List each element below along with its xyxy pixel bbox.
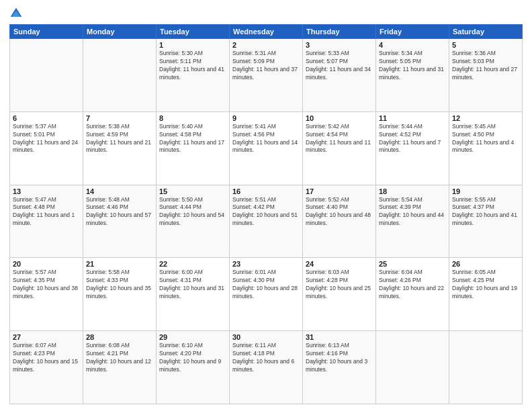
calendar-week-5: 27Sunrise: 6:07 AMSunset: 4:23 PMDayligh… — [10, 331, 523, 404]
calendar-cell: 18Sunrise: 5:54 AMSunset: 4:39 PMDayligh… — [376, 185, 449, 258]
calendar-cell: 8Sunrise: 5:40 AMSunset: 4:58 PMDaylight… — [157, 111, 230, 185]
day-info: Sunrise: 6:07 AMSunset: 4:23 PMDaylight:… — [13, 342, 80, 374]
calendar-week-2: 6Sunrise: 5:37 AMSunset: 5:01 PMDaylight… — [10, 111, 523, 185]
day-number: 20 — [13, 260, 80, 268]
calendar-cell: 29Sunrise: 6:10 AMSunset: 4:20 PMDayligh… — [157, 331, 230, 404]
day-number: 19 — [452, 187, 519, 195]
day-info: Sunrise: 5:50 AMSunset: 4:44 PMDaylight:… — [159, 196, 226, 228]
day-info: Sunrise: 5:45 AMSunset: 4:50 PMDaylight:… — [452, 123, 519, 155]
day-info: Sunrise: 5:51 AMSunset: 4:42 PMDaylight:… — [232, 196, 300, 228]
day-number: 16 — [232, 187, 300, 195]
calendar-cell: 30Sunrise: 6:11 AMSunset: 4:18 PMDayligh… — [230, 331, 303, 404]
day-info: Sunrise: 5:55 AMSunset: 4:37 PMDaylight:… — [452, 196, 519, 228]
day-number: 12 — [452, 114, 519, 122]
calendar-cell — [10, 39, 83, 112]
day-info: Sunrise: 5:48 AMSunset: 4:46 PMDaylight:… — [86, 196, 153, 228]
day-number: 25 — [379, 260, 446, 268]
calendar-cell: 21Sunrise: 5:58 AMSunset: 4:33 PMDayligh… — [83, 258, 157, 331]
weekday-header-saturday: Saturday — [449, 25, 523, 39]
day-info: Sunrise: 6:04 AMSunset: 4:26 PMDaylight:… — [379, 269, 446, 301]
day-info: Sunrise: 5:31 AMSunset: 5:09 PMDaylight:… — [232, 50, 300, 82]
calendar-cell: 11Sunrise: 5:44 AMSunset: 4:52 PMDayligh… — [376, 111, 449, 185]
calendar-cell: 10Sunrise: 5:42 AMSunset: 4:54 PMDayligh… — [303, 111, 376, 185]
day-number: 6 — [13, 114, 80, 122]
calendar-cell: 14Sunrise: 5:48 AMSunset: 4:46 PMDayligh… — [83, 185, 157, 258]
calendar-week-4: 20Sunrise: 5:57 AMSunset: 4:35 PMDayligh… — [10, 258, 523, 331]
day-info: Sunrise: 5:36 AMSunset: 5:03 PMDaylight:… — [452, 50, 519, 82]
calendar-cell: 26Sunrise: 6:05 AMSunset: 4:25 PMDayligh… — [449, 258, 523, 331]
weekday-header-row: SundayMondayTuesdayWednesdayThursdayFrid… — [10, 25, 523, 39]
top-section — [9, 7, 523, 20]
day-number: 29 — [159, 333, 226, 341]
calendar-cell: 1Sunrise: 5:30 AMSunset: 5:11 PMDaylight… — [157, 39, 230, 112]
day-info: Sunrise: 6:13 AMSunset: 4:16 PMDaylight:… — [306, 342, 373, 374]
day-number: 27 — [13, 333, 80, 341]
day-number: 22 — [159, 260, 226, 268]
day-number: 17 — [306, 187, 373, 195]
weekday-header-sunday: Sunday — [10, 25, 83, 39]
calendar-cell: 24Sunrise: 6:03 AMSunset: 4:28 PMDayligh… — [303, 258, 376, 331]
day-info: Sunrise: 5:40 AMSunset: 4:58 PMDaylight:… — [159, 123, 226, 155]
calendar-cell: 22Sunrise: 6:00 AMSunset: 4:31 PMDayligh… — [157, 258, 230, 331]
page: SundayMondayTuesdayWednesdayThursdayFrid… — [0, 0, 532, 411]
calendar-cell: 17Sunrise: 5:52 AMSunset: 4:40 PMDayligh… — [303, 185, 376, 258]
day-info: Sunrise: 6:08 AMSunset: 4:21 PMDaylight:… — [86, 342, 153, 374]
calendar-week-3: 13Sunrise: 5:47 AMSunset: 4:48 PMDayligh… — [10, 185, 523, 258]
day-number: 4 — [379, 41, 446, 49]
day-number: 14 — [86, 187, 153, 195]
logo-icon — [9, 7, 23, 20]
calendar-cell: 16Sunrise: 5:51 AMSunset: 4:42 PMDayligh… — [230, 185, 303, 258]
day-number: 28 — [86, 333, 153, 341]
day-info: Sunrise: 5:47 AMSunset: 4:48 PMDaylight:… — [13, 196, 80, 228]
day-number: 8 — [159, 114, 226, 122]
calendar-cell: 15Sunrise: 5:50 AMSunset: 4:44 PMDayligh… — [157, 185, 230, 258]
calendar-table: SundayMondayTuesdayWednesdayThursdayFrid… — [9, 24, 523, 404]
calendar-cell: 20Sunrise: 5:57 AMSunset: 4:35 PMDayligh… — [10, 258, 83, 331]
calendar-cell: 7Sunrise: 5:38 AMSunset: 4:59 PMDaylight… — [83, 111, 157, 185]
day-number: 1 — [159, 41, 226, 49]
calendar-cell: 2Sunrise: 5:31 AMSunset: 5:09 PMDaylight… — [230, 39, 303, 112]
day-info: Sunrise: 6:03 AMSunset: 4:28 PMDaylight:… — [306, 269, 373, 301]
day-info: Sunrise: 6:11 AMSunset: 4:18 PMDaylight:… — [232, 342, 300, 374]
day-number: 11 — [379, 114, 446, 122]
day-number: 26 — [452, 260, 519, 268]
day-number: 30 — [232, 333, 300, 341]
day-info: Sunrise: 5:42 AMSunset: 4:54 PMDaylight:… — [306, 123, 373, 155]
day-number: 21 — [86, 260, 153, 268]
day-info: Sunrise: 5:30 AMSunset: 5:11 PMDaylight:… — [159, 50, 226, 82]
day-number: 2 — [232, 41, 300, 49]
day-number: 18 — [379, 187, 446, 195]
logo — [9, 7, 26, 20]
calendar-cell: 13Sunrise: 5:47 AMSunset: 4:48 PMDayligh… — [10, 185, 83, 258]
day-info: Sunrise: 5:52 AMSunset: 4:40 PMDaylight:… — [306, 196, 373, 228]
day-info: Sunrise: 6:00 AMSunset: 4:31 PMDaylight:… — [159, 269, 226, 301]
day-info: Sunrise: 5:37 AMSunset: 5:01 PMDaylight:… — [13, 123, 80, 155]
day-number: 15 — [159, 187, 226, 195]
day-number: 3 — [306, 41, 373, 49]
day-info: Sunrise: 5:54 AMSunset: 4:39 PMDaylight:… — [379, 196, 446, 228]
calendar-cell — [83, 39, 157, 112]
calendar-cell: 5Sunrise: 5:36 AMSunset: 5:03 PMDaylight… — [449, 39, 523, 112]
day-info: Sunrise: 5:33 AMSunset: 5:07 PMDaylight:… — [306, 50, 373, 82]
calendar-cell: 3Sunrise: 5:33 AMSunset: 5:07 PMDaylight… — [303, 39, 376, 112]
day-number: 31 — [306, 333, 373, 341]
weekday-header-tuesday: Tuesday — [157, 25, 230, 39]
day-info: Sunrise: 5:38 AMSunset: 4:59 PMDaylight:… — [86, 123, 153, 155]
day-number: 9 — [232, 114, 300, 122]
calendar-cell: 23Sunrise: 6:01 AMSunset: 4:30 PMDayligh… — [230, 258, 303, 331]
weekday-header-thursday: Thursday — [303, 25, 376, 39]
day-number: 10 — [306, 114, 373, 122]
weekday-header-wednesday: Wednesday — [230, 25, 303, 39]
day-info: Sunrise: 5:57 AMSunset: 4:35 PMDaylight:… — [13, 269, 80, 301]
calendar-cell: 28Sunrise: 6:08 AMSunset: 4:21 PMDayligh… — [83, 331, 157, 404]
calendar-week-1: 1Sunrise: 5:30 AMSunset: 5:11 PMDaylight… — [10, 39, 523, 112]
calendar-cell: 27Sunrise: 6:07 AMSunset: 4:23 PMDayligh… — [10, 331, 83, 404]
day-number: 13 — [13, 187, 80, 195]
day-info: Sunrise: 6:10 AMSunset: 4:20 PMDaylight:… — [159, 342, 226, 374]
weekday-header-friday: Friday — [376, 25, 449, 39]
calendar-cell: 12Sunrise: 5:45 AMSunset: 4:50 PMDayligh… — [449, 111, 523, 185]
day-number: 24 — [306, 260, 373, 268]
calendar-cell: 31Sunrise: 6:13 AMSunset: 4:16 PMDayligh… — [303, 331, 376, 404]
day-info: Sunrise: 5:58 AMSunset: 4:33 PMDaylight:… — [86, 269, 153, 301]
weekday-header-monday: Monday — [83, 25, 157, 39]
